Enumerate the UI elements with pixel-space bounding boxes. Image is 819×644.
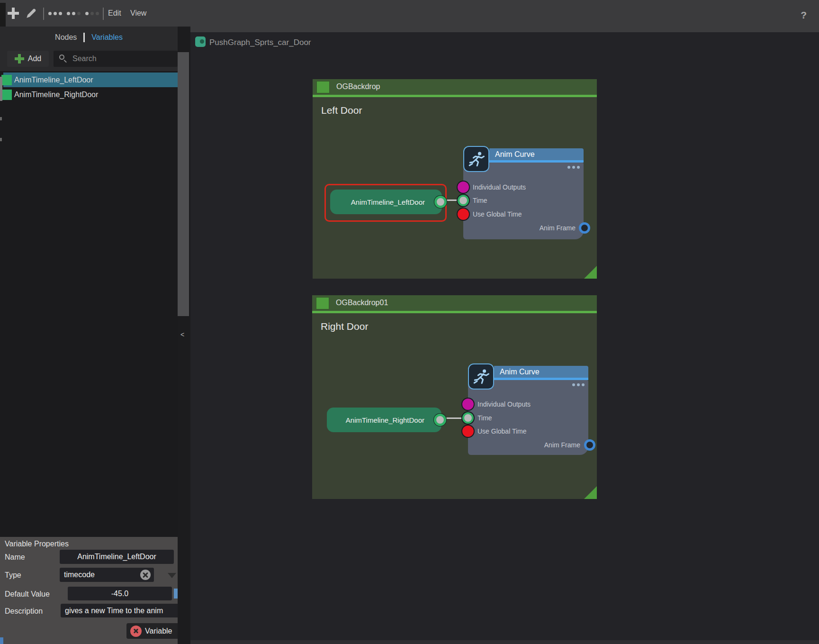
- node-title: Anim Curve: [495, 150, 535, 159]
- port-use-global-time[interactable]: [462, 426, 474, 437]
- node-icon-box: [463, 146, 489, 172]
- search-field[interactable]: [54, 51, 178, 67]
- delete-x-icon: [130, 626, 142, 637]
- overflow-menu-2[interactable]: [67, 0, 81, 27]
- search-input[interactable]: [72, 54, 167, 63]
- port-time[interactable]: [458, 195, 469, 206]
- variable-node-label: AnimTimeline_RightDoor: [346, 416, 424, 424]
- sidebar: Nodes Variables Add AnimTimeline_LeftDoo…: [0, 27, 178, 644]
- backdrop-subtitle: Left Door: [321, 105, 362, 116]
- plus-icon: [15, 54, 24, 63]
- backdrop-header[interactable]: OGBackdrop: [313, 79, 597, 95]
- sidebar-tabs: Nodes Variables: [0, 27, 178, 48]
- backdrop-title: OGBackdrop: [336, 82, 380, 91]
- variable-list-item[interactable]: AnimTimeline_RightDoor: [0, 87, 178, 102]
- runner-icon: [468, 150, 486, 168]
- menu-view[interactable]: View: [130, 0, 146, 27]
- resize-handle-icon[interactable]: [584, 486, 597, 499]
- backdrop-accent-line: [313, 95, 597, 97]
- description-label: Description: [5, 607, 43, 616]
- name-label: Name: [5, 553, 25, 562]
- menu-edit[interactable]: Edit: [108, 0, 121, 27]
- name-value: AnimTimeline_LeftDoor: [77, 553, 156, 561]
- type-label: Type: [5, 571, 21, 580]
- resize-handle-icon[interactable]: [584, 266, 597, 279]
- name-field[interactable]: AnimTimeline_LeftDoor: [60, 550, 174, 564]
- edge-fragment: [0, 117, 2, 120]
- overflow-menu-1[interactable]: [48, 0, 62, 27]
- type-dropdown-arrow-icon[interactable]: [168, 573, 176, 578]
- backdrop-color-swatch: [316, 81, 330, 93]
- port-label: Use Global Time: [477, 427, 526, 435]
- node-accent-line: [494, 378, 588, 380]
- variable-node-label: AnimTimeline_LeftDoor: [351, 198, 425, 206]
- graph-icon: [195, 36, 206, 47]
- variable-type-swatch: [1, 90, 12, 100]
- toolbar-corner-fragment: [0, 3, 6, 27]
- variable-name: AnimTimeline_LeftDoor: [14, 76, 93, 84]
- scrollbar-thumb[interactable]: [178, 52, 189, 316]
- port-label: Individual Outputs: [473, 183, 526, 191]
- output-port[interactable]: [434, 414, 446, 426]
- description-field[interactable]: gives a new Time to the anim: [61, 604, 181, 617]
- clear-type-button[interactable]: [140, 570, 151, 580]
- panel-title: Variable Properties: [5, 540, 69, 548]
- variable-node-leftdoor[interactable]: AnimTimeline_LeftDoor: [330, 190, 442, 214]
- node-options-icon[interactable]: [567, 166, 580, 169]
- output-label: Anim Frame: [523, 441, 580, 449]
- port-label: Use Global Time: [473, 210, 522, 218]
- edge-fragment: [0, 138, 2, 141]
- default-value: -45.0: [111, 590, 128, 598]
- canvas-bottom-strip: [190, 640, 819, 644]
- backdrop-color-swatch: [316, 297, 329, 309]
- toolbar-separator: [103, 8, 104, 20]
- tab-nodes[interactable]: Nodes: [55, 33, 77, 42]
- port-use-global-time[interactable]: [458, 209, 469, 220]
- toolbar-separator: [43, 8, 44, 20]
- variable-name: AnimTimeline_RightDoor: [14, 91, 98, 99]
- backdrop-title: OGBackdrop01: [336, 299, 388, 307]
- edit-tool-button[interactable]: [24, 0, 39, 27]
- variables-list: AnimTimeline_LeftDoor AnimTimeline_Right…: [0, 71, 178, 537]
- port-label: Time: [477, 414, 492, 422]
- node-options-icon[interactable]: [572, 383, 585, 386]
- port-anim-frame[interactable]: [579, 222, 590, 234]
- add-button-label: Add: [28, 54, 41, 63]
- breadcrumb: PushGraph_Sprts_car_Door: [209, 38, 311, 47]
- tab-separator: [83, 33, 85, 42]
- port-individual-outputs[interactable]: [462, 399, 474, 410]
- node-header[interactable]: Anim Curve: [494, 366, 588, 378]
- add-node-button[interactable]: [7, 0, 20, 27]
- edge-fragment-blue: [0, 637, 3, 644]
- tab-variables[interactable]: Variables: [91, 33, 123, 42]
- delete-variable-button[interactable]: Variable: [126, 623, 180, 639]
- collapse-panel-button[interactable]: <: [180, 331, 184, 338]
- help-button[interactable]: ?: [801, 9, 807, 21]
- add-variable-button[interactable]: Add: [7, 51, 49, 67]
- node-icon-box: [468, 363, 494, 390]
- port-label: Time: [473, 197, 487, 204]
- node-header[interactable]: Anim Curve: [489, 148, 584, 160]
- pencil-icon: [25, 7, 37, 19]
- app-window: Edit View ? Nodes Variables Add AnimTime…: [0, 0, 819, 644]
- output-port[interactable]: [434, 196, 447, 208]
- node-title: Anim Curve: [500, 368, 540, 376]
- default-value-label: Default Value: [5, 590, 50, 599]
- port-time[interactable]: [462, 412, 474, 424]
- port-anim-frame[interactable]: [584, 439, 595, 451]
- default-value-field[interactable]: -45.0: [68, 587, 172, 600]
- runner-icon: [472, 368, 490, 386]
- variable-properties-panel: Variable Properties Name AnimTimeline_Le…: [0, 537, 178, 644]
- backdrop-header[interactable]: OGBackdrop01: [312, 295, 597, 311]
- backdrop-accent-line: [312, 311, 597, 313]
- type-value: timecode: [64, 571, 95, 579]
- graph-canvas[interactable]: PushGraph_Sprts_car_Door OGBackdrop Left…: [190, 32, 819, 644]
- type-field[interactable]: timecode: [60, 568, 154, 582]
- delete-button-label: Variable: [145, 627, 172, 635]
- overflow-menu-3[interactable]: [85, 0, 99, 27]
- output-label: Anim Frame: [519, 224, 576, 232]
- variable-list-item[interactable]: AnimTimeline_LeftDoor: [3, 73, 178, 87]
- variable-node-rightdoor[interactable]: AnimTimeline_RightDoor: [327, 408, 441, 432]
- port-individual-outputs[interactable]: [458, 181, 469, 193]
- node-accent-line: [489, 160, 584, 163]
